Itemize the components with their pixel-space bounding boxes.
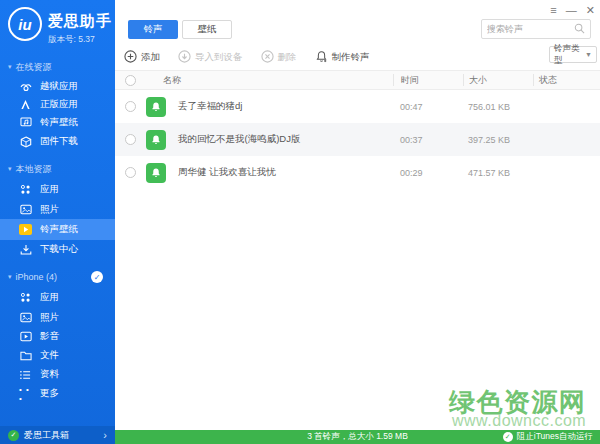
make-ringtone-button[interactable]: 制作铃声 xyxy=(315,50,370,65)
ringtone-bell-icon xyxy=(146,97,166,117)
files-icon xyxy=(19,350,32,362)
section-collapse-icon[interactable]: ▾ xyxy=(8,63,12,71)
chevron-right-icon: › xyxy=(103,429,107,441)
download-center-icon xyxy=(19,244,32,256)
app-window: iu 爱思助手 版本号: 5.37 ▾ 在线资源 越狱应用 正版应用 铃声壁纸 … xyxy=(0,0,600,444)
sidebar-item-iphone-more[interactable]: • • • 更多 xyxy=(0,384,115,403)
sidebar-item-iphone-files[interactable]: 文件 xyxy=(0,346,115,365)
sidebar-item-label: 照片 xyxy=(40,311,59,324)
delete-label: 删除 xyxy=(278,51,297,64)
column-header-status[interactable]: 状态 xyxy=(533,74,600,86)
ringtone-type-dropdown[interactable]: 铃声类型 ▼ xyxy=(549,46,597,63)
row-checkbox[interactable] xyxy=(125,167,136,178)
photos-icon xyxy=(19,312,32,324)
more-icon: • • • xyxy=(19,388,32,400)
sidebar-item-iphone-data[interactable]: 资料 xyxy=(0,365,115,384)
table-row[interactable]: 周华健 让我欢喜让我忧 00:29 471.57 KB xyxy=(115,156,600,189)
import-icon xyxy=(178,50,191,65)
sidebar-item-jailbreak-apps[interactable]: 越狱应用 xyxy=(0,77,115,96)
ringtone-time: 00:37 xyxy=(393,135,463,145)
media-icon xyxy=(19,331,32,343)
sidebar-item-label: 固件下载 xyxy=(40,135,78,148)
import-to-device-button[interactable]: 导入到设备 xyxy=(178,50,243,65)
sidebar-section-local[interactable]: ▾ 本地资源 xyxy=(0,161,115,177)
delete-icon xyxy=(261,50,274,65)
ringtone-summary: 3 首铃声，总大小 1.59 MB xyxy=(307,431,408,443)
ringtone-bell-icon xyxy=(146,163,166,183)
sidebar-item-label: 影音 xyxy=(40,330,59,343)
sidebar-item-firmware-download[interactable]: 固件下载 xyxy=(0,132,115,151)
search-input[interactable] xyxy=(487,24,574,34)
sidebar-item-download-center[interactable]: 下载中心 xyxy=(0,240,115,259)
sidebar-item-local-ringtone-wallpaper[interactable]: 铃声壁纸 xyxy=(0,219,115,240)
column-header-size[interactable]: 大小 xyxy=(463,74,533,86)
sidebar-item-iphone-media[interactable]: 影音 xyxy=(0,327,115,346)
ringtone-time: 00:47 xyxy=(393,102,463,112)
add-icon xyxy=(124,50,137,65)
column-header-name[interactable]: 名称 xyxy=(145,74,393,87)
row-checkbox[interactable] xyxy=(125,134,136,145)
section-label: iPhone (4) xyxy=(16,272,58,282)
photos-icon xyxy=(19,204,32,216)
search-box[interactable] xyxy=(481,19,591,39)
section-collapse-icon[interactable]: ▾ xyxy=(8,165,12,173)
toolbox-label: 爱思工具箱 xyxy=(24,429,69,442)
sidebar-item-ringtone-wallpaper-online[interactable]: 铃声壁纸 xyxy=(0,113,115,132)
logo-icon: iu xyxy=(8,7,42,41)
jailbreak-app-icon xyxy=(19,81,32,93)
column-header-time[interactable]: 时间 xyxy=(393,74,463,86)
ringtone-type-label: 铃声类型 xyxy=(554,43,585,67)
search-icon[interactable] xyxy=(574,20,585,38)
tab-wallpapers[interactable]: 壁纸 xyxy=(182,20,232,39)
toolbox-bar[interactable]: ✓ 爱思工具箱 › xyxy=(0,426,115,444)
ringtone-size: 397.25 KB xyxy=(463,135,533,145)
minimize-icon[interactable]: — xyxy=(566,3,577,17)
ringtone-wallpaper-icon xyxy=(19,117,32,129)
firmware-icon xyxy=(19,136,32,148)
section-collapse-icon[interactable]: ▾ xyxy=(8,273,12,281)
sidebar-item-label: 铃声壁纸 xyxy=(40,223,78,236)
sidebar-item-genuine-apps[interactable]: 正版应用 xyxy=(0,95,115,114)
table-header: 名称 时间 大小 状态 xyxy=(115,70,600,90)
delete-button[interactable]: 删除 xyxy=(261,50,297,65)
select-all-checkbox[interactable] xyxy=(125,75,136,86)
menu-icon[interactable]: ≡ xyxy=(550,3,556,17)
data-list-icon xyxy=(19,369,32,381)
section-label: 本地资源 xyxy=(16,163,52,176)
watermark-site-url: www.downcc.com xyxy=(452,412,586,430)
apps-grid-icon xyxy=(19,184,32,196)
sidebar-item-label: 应用 xyxy=(40,183,59,196)
toolbar: 添加 导入到设备 删除 制作铃声 xyxy=(124,48,388,66)
import-label: 导入到设备 xyxy=(195,51,243,64)
sidebar-item-local-photos[interactable]: 照片 xyxy=(0,200,115,219)
sidebar-item-label: 更多 xyxy=(40,387,59,400)
sidebar-item-label: 应用 xyxy=(40,291,59,304)
status-bar: 3 首铃声，总大小 1.59 MB ✓ 阻止iTunes自动运行 xyxy=(115,430,600,444)
ringtone-time: 00:29 xyxy=(393,168,463,178)
table-row[interactable]: 我的回忆不是我(海鸣威)DJ版 00:37 397.25 KB xyxy=(115,123,600,156)
add-label: 添加 xyxy=(141,51,160,64)
row-checkbox[interactable] xyxy=(125,101,136,112)
tab-ringtones[interactable]: 铃声 xyxy=(128,20,178,39)
block-itunes-toggle[interactable]: ✓ 阻止iTunes自动运行 xyxy=(503,431,600,443)
add-button[interactable]: 添加 xyxy=(124,50,160,65)
section-label: 在线资源 xyxy=(16,61,52,74)
sidebar-item-label: 铃声壁纸 xyxy=(40,116,78,129)
sidebar-item-label: 资料 xyxy=(40,368,59,381)
sidebar: iu 爱思助手 版本号: 5.37 ▾ 在线资源 越狱应用 正版应用 铃声壁纸 … xyxy=(0,0,115,444)
main-content: ≡ — ✕ 铃声 壁纸 添加 导入到设备 删除 xyxy=(115,0,600,444)
close-icon[interactable]: ✕ xyxy=(586,3,595,17)
sidebar-item-iphone-photos[interactable]: 照片 xyxy=(0,308,115,327)
sidebar-section-iphone[interactable]: ▾ iPhone (4) ✓ xyxy=(0,269,115,285)
sidebar-item-label: 正版应用 xyxy=(40,98,78,111)
sidebar-item-iphone-apps[interactable]: 应用 xyxy=(0,288,115,307)
ringtone-name: 丢了幸福的猪dj xyxy=(178,100,242,113)
table-row[interactable]: 丢了幸福的猪dj 00:47 756.01 KB xyxy=(115,90,600,123)
sidebar-section-online[interactable]: ▾ 在线资源 xyxy=(0,59,115,75)
content-tabs: 铃声 壁纸 xyxy=(128,20,232,39)
make-ringtone-bell-icon xyxy=(315,50,328,65)
toolbox-check-icon: ✓ xyxy=(8,430,19,441)
block-itunes-label: 阻止iTunes自动运行 xyxy=(517,431,593,443)
app-logo: iu 爱思助手 版本号: 5.37 xyxy=(8,7,112,46)
sidebar-item-local-apps[interactable]: 应用 xyxy=(0,180,115,199)
